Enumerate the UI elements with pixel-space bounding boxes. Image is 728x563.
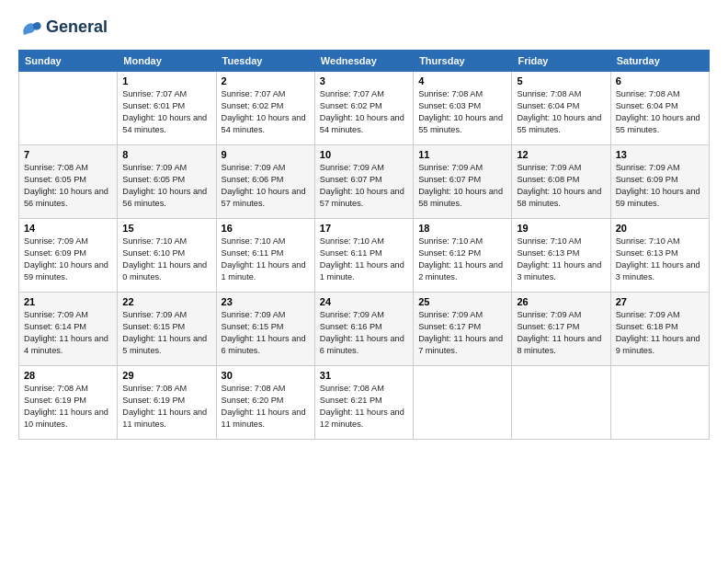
- day-number: 30: [222, 370, 310, 381]
- calendar-body: 1Sunrise: 7:07 AM Sunset: 6:01 PM Daylig…: [19, 72, 710, 440]
- day-number: 10: [320, 149, 408, 160]
- calendar-cell: 25Sunrise: 7:09 AM Sunset: 6:17 PM Dayli…: [414, 293, 512, 366]
- day-info: Sunrise: 7:09 AM Sunset: 6:14 PM Dayligh…: [24, 309, 112, 357]
- day-info: Sunrise: 7:10 AM Sunset: 6:12 PM Dayligh…: [418, 236, 506, 283]
- day-info: Sunrise: 7:09 AM Sunset: 6:09 PM Dayligh…: [616, 162, 704, 210]
- logo-text: General: [46, 18, 108, 37]
- weekday-header-monday: Monday: [118, 51, 216, 72]
- day-info: Sunrise: 7:09 AM Sunset: 6:05 PM Dayligh…: [122, 162, 210, 210]
- calendar-table: SundayMondayTuesdayWednesdayThursdayFrid…: [18, 50, 710, 440]
- day-number: 1: [122, 75, 210, 86]
- day-info: Sunrise: 7:07 AM Sunset: 6:02 PM Dayligh…: [222, 88, 310, 136]
- day-info: Sunrise: 7:08 AM Sunset: 6:03 PM Dayligh…: [418, 88, 506, 136]
- day-number: 24: [320, 296, 408, 307]
- calendar-cell: [610, 366, 709, 440]
- weekday-header-wednesday: Wednesday: [314, 51, 413, 72]
- calendar-cell: 21Sunrise: 7:09 AM Sunset: 6:14 PM Dayli…: [19, 293, 118, 366]
- calendar-cell: 23Sunrise: 7:09 AM Sunset: 6:15 PM Dayli…: [216, 293, 314, 366]
- calendar-cell: [19, 72, 118, 145]
- day-info: Sunrise: 7:10 AM Sunset: 6:10 PM Dayligh…: [122, 236, 210, 283]
- day-number: 20: [616, 223, 704, 234]
- calendar-cell: 20Sunrise: 7:10 AM Sunset: 6:13 PM Dayli…: [610, 219, 709, 293]
- day-info: Sunrise: 7:09 AM Sunset: 6:08 PM Dayligh…: [517, 162, 605, 210]
- calendar-cell: 5Sunrise: 7:08 AM Sunset: 6:04 PM Daylig…: [512, 72, 610, 145]
- day-info: Sunrise: 7:08 AM Sunset: 6:21 PM Dayligh…: [320, 383, 408, 431]
- day-info: Sunrise: 7:09 AM Sunset: 6:07 PM Dayligh…: [418, 162, 506, 210]
- day-number: 5: [517, 75, 605, 86]
- calendar-cell: 2Sunrise: 7:07 AM Sunset: 6:02 PM Daylig…: [216, 72, 314, 145]
- day-info: Sunrise: 7:08 AM Sunset: 6:05 PM Dayligh…: [24, 162, 112, 210]
- calendar-cell: 26Sunrise: 7:09 AM Sunset: 6:17 PM Dayli…: [512, 293, 610, 366]
- day-number: 11: [418, 149, 506, 160]
- day-info: Sunrise: 7:09 AM Sunset: 6:18 PM Dayligh…: [616, 309, 704, 357]
- day-info: Sunrise: 7:08 AM Sunset: 6:20 PM Dayligh…: [222, 383, 310, 431]
- day-info: Sunrise: 7:07 AM Sunset: 6:01 PM Dayligh…: [122, 88, 210, 136]
- calendar-cell: 6Sunrise: 7:08 AM Sunset: 6:04 PM Daylig…: [610, 72, 709, 145]
- day-info: Sunrise: 7:09 AM Sunset: 6:17 PM Dayligh…: [517, 309, 605, 357]
- page: General SundayMondayTuesdayWednesdayThur…: [0, 0, 728, 563]
- week-row-4: 21Sunrise: 7:09 AM Sunset: 6:14 PM Dayli…: [19, 293, 710, 366]
- day-number: 17: [320, 223, 408, 234]
- calendar-cell: 18Sunrise: 7:10 AM Sunset: 6:12 PM Dayli…: [414, 219, 512, 293]
- calendar-cell: 1Sunrise: 7:07 AM Sunset: 6:01 PM Daylig…: [118, 72, 216, 145]
- day-info: Sunrise: 7:09 AM Sunset: 6:06 PM Dayligh…: [222, 162, 310, 210]
- weekday-header-friday: Friday: [512, 51, 610, 72]
- day-info: Sunrise: 7:10 AM Sunset: 6:13 PM Dayligh…: [616, 236, 704, 283]
- calendar-cell: 17Sunrise: 7:10 AM Sunset: 6:11 PM Dayli…: [314, 219, 413, 293]
- calendar-cell: 11Sunrise: 7:09 AM Sunset: 6:07 PM Dayli…: [414, 145, 512, 219]
- day-number: 21: [24, 296, 112, 307]
- day-info: Sunrise: 7:10 AM Sunset: 6:13 PM Dayligh…: [517, 236, 605, 283]
- calendar-cell: 31Sunrise: 7:08 AM Sunset: 6:21 PM Dayli…: [314, 366, 413, 440]
- day-number: 9: [222, 149, 310, 160]
- weekday-header-thursday: Thursday: [414, 51, 512, 72]
- calendar-cell: 4Sunrise: 7:08 AM Sunset: 6:03 PM Daylig…: [414, 72, 512, 145]
- calendar-cell: 13Sunrise: 7:09 AM Sunset: 6:09 PM Dayli…: [610, 145, 709, 219]
- weekday-header-row: SundayMondayTuesdayWednesdayThursdayFrid…: [19, 51, 710, 72]
- day-number: 13: [616, 149, 704, 160]
- calendar-cell: 16Sunrise: 7:10 AM Sunset: 6:11 PM Dayli…: [216, 219, 314, 293]
- calendar-cell: 7Sunrise: 7:08 AM Sunset: 6:05 PM Daylig…: [19, 145, 118, 219]
- calendar-cell: 30Sunrise: 7:08 AM Sunset: 6:20 PM Dayli…: [216, 366, 314, 440]
- week-row-5: 28Sunrise: 7:08 AM Sunset: 6:19 PM Dayli…: [19, 366, 710, 440]
- logo: General: [18, 15, 108, 40]
- week-row-1: 1Sunrise: 7:07 AM Sunset: 6:01 PM Daylig…: [19, 72, 710, 145]
- day-number: 4: [418, 75, 506, 86]
- day-number: 16: [222, 223, 310, 234]
- calendar-cell: 28Sunrise: 7:08 AM Sunset: 6:19 PM Dayli…: [19, 366, 118, 440]
- calendar-cell: 12Sunrise: 7:09 AM Sunset: 6:08 PM Dayli…: [512, 145, 610, 219]
- day-info: Sunrise: 7:08 AM Sunset: 6:19 PM Dayligh…: [122, 383, 210, 431]
- day-number: 31: [320, 370, 408, 381]
- calendar-cell: 24Sunrise: 7:09 AM Sunset: 6:16 PM Dayli…: [314, 293, 413, 366]
- calendar-cell: [414, 366, 512, 440]
- day-number: 8: [122, 149, 210, 160]
- day-number: 28: [24, 370, 112, 381]
- day-number: 18: [418, 223, 506, 234]
- day-info: Sunrise: 7:09 AM Sunset: 6:15 PM Dayligh…: [122, 309, 210, 357]
- day-info: Sunrise: 7:09 AM Sunset: 6:17 PM Dayligh…: [418, 309, 506, 357]
- day-info: Sunrise: 7:07 AM Sunset: 6:02 PM Dayligh…: [320, 88, 408, 136]
- weekday-header-tuesday: Tuesday: [216, 51, 314, 72]
- day-number: 29: [122, 370, 210, 381]
- day-number: 27: [616, 296, 704, 307]
- calendar-cell: 19Sunrise: 7:10 AM Sunset: 6:13 PM Dayli…: [512, 219, 610, 293]
- day-number: 19: [517, 223, 605, 234]
- week-row-3: 14Sunrise: 7:09 AM Sunset: 6:09 PM Dayli…: [19, 219, 710, 293]
- day-number: 23: [222, 296, 310, 307]
- calendar-cell: 9Sunrise: 7:09 AM Sunset: 6:06 PM Daylig…: [216, 145, 314, 219]
- day-number: 15: [122, 223, 210, 234]
- day-info: Sunrise: 7:09 AM Sunset: 6:15 PM Dayligh…: [222, 309, 310, 357]
- calendar-cell: 10Sunrise: 7:09 AM Sunset: 6:07 PM Dayli…: [314, 145, 413, 219]
- week-row-2: 7Sunrise: 7:08 AM Sunset: 6:05 PM Daylig…: [19, 145, 710, 219]
- day-number: 2: [222, 75, 310, 86]
- logo-icon: [18, 15, 44, 40]
- day-info: Sunrise: 7:08 AM Sunset: 6:19 PM Dayligh…: [24, 383, 112, 431]
- day-number: 6: [616, 75, 704, 86]
- day-number: 25: [418, 296, 506, 307]
- day-info: Sunrise: 7:08 AM Sunset: 6:04 PM Dayligh…: [517, 88, 605, 136]
- day-info: Sunrise: 7:09 AM Sunset: 6:09 PM Dayligh…: [24, 236, 112, 283]
- calendar-cell: [512, 366, 610, 440]
- weekday-header-sunday: Sunday: [19, 51, 118, 72]
- day-number: 26: [517, 296, 605, 307]
- day-number: 14: [24, 223, 112, 234]
- header: General: [18, 15, 710, 40]
